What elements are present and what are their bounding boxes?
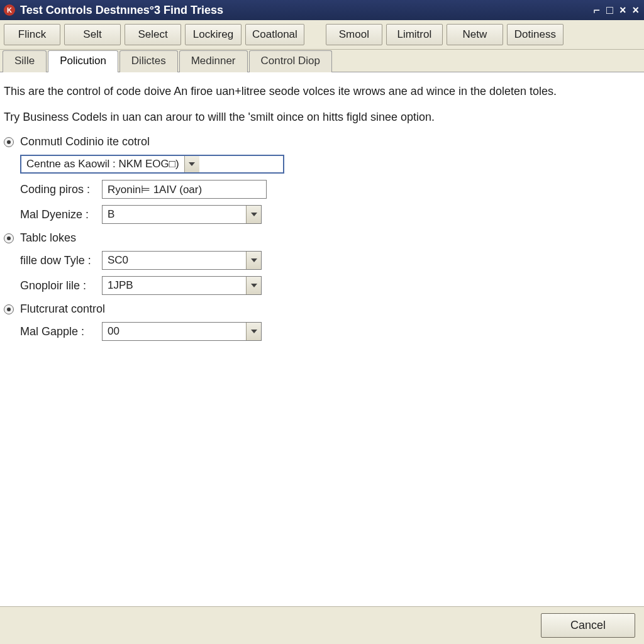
tabbar: Sille Policution Dilictes Medinner Contr…	[0, 50, 644, 72]
input-coding-piros[interactable]: Ryonin⊨ 1AIV (oar)	[102, 180, 267, 199]
chevron-down-icon[interactable]	[246, 277, 261, 294]
section-conmutl: Conmutl Codinio ite cotrol Centne as Kao…	[3, 135, 636, 224]
field-label: Mal Dyenize :	[20, 208, 102, 221]
app-icon: K	[4, 4, 15, 16]
field-fille-dow-tyle: fille dow Tyle : SC0	[20, 251, 636, 270]
section-title: Flutcrurat control	[20, 303, 105, 316]
radio-icon[interactable]	[4, 233, 14, 243]
combo-value: 1JPB	[103, 277, 246, 294]
description-2: Try Business Codels in uan can arour to …	[3, 109, 636, 125]
field-mal-gapple: Mal Gapple : 00	[20, 322, 636, 341]
combo-value: B	[103, 206, 246, 223]
chevron-down-icon[interactable]	[184, 156, 199, 172]
field-coding-piros: Coding piros : Ryonin⊨ 1AIV (oar)	[20, 180, 636, 199]
combo-value: Centne as Kaowil : NKM EOG□)	[21, 156, 184, 172]
toolbar-select[interactable]: Select	[125, 24, 181, 45]
description-1: This are the control of code doive An fi…	[3, 84, 636, 99]
field-centne: Centne as Kaowil : NKM EOG□)	[20, 155, 636, 174]
section-header-conmutl: Conmutl Codinio ite cotrol	[3, 135, 636, 148]
section-header-tablc: Tablc lokes	[3, 231, 636, 245]
tab-dilictes[interactable]: Dilictes	[119, 50, 178, 72]
close-icon-2[interactable]: ×	[631, 4, 640, 17]
toolbar-netw[interactable]: Netw	[447, 24, 503, 45]
minimize-icon[interactable]: ⌐	[592, 4, 602, 17]
window-title: Test Controls Destnınes°3 Find Triess	[20, 4, 592, 17]
section-title: Conmutl Codinio ite cotrol	[20, 135, 150, 148]
restore-icon[interactable]: □	[605, 4, 614, 17]
field-mal-dyenize: Mal Dyenize : B	[20, 205, 636, 224]
tab-policution[interactable]: Policution	[48, 50, 118, 72]
chevron-down-icon[interactable]	[246, 323, 261, 340]
toolbar-selt[interactable]: Selt	[64, 24, 121, 45]
tab-medinner[interactable]: Medinner	[179, 50, 248, 72]
cancel-button[interactable]: Cancel	[541, 613, 635, 638]
window-controls: ⌐ □ × ×	[592, 4, 640, 17]
chevron-down-icon[interactable]	[246, 206, 261, 223]
combo-value: 00	[103, 323, 246, 340]
toolbar-smool[interactable]: Smool	[326, 24, 382, 45]
toolbar: Flinck Selt Select Lockireg Coatlonal Sm…	[0, 20, 644, 50]
combo-value: SC0	[103, 252, 246, 269]
section-flutcrurat: Flutcrurat control Mal Gapple : 00	[3, 303, 636, 341]
field-gnoploir-lile: Gnoploir lile : 1JPB	[20, 276, 636, 295]
chevron-down-icon[interactable]	[246, 252, 261, 269]
toolbar-coational[interactable]: Coatlonal	[245, 24, 304, 45]
field-label: Gnoploir lile :	[20, 279, 102, 292]
combo-mal-dyenize[interactable]: B	[102, 205, 262, 224]
section-title: Tablc lokes	[20, 231, 76, 245]
toolbar-lockireg[interactable]: Lockireg	[185, 24, 242, 45]
tab-sille[interactable]: Sille	[3, 50, 47, 72]
combo-gnoploir-lile[interactable]: 1JPB	[102, 276, 262, 295]
field-label: Coding piros :	[20, 183, 102, 196]
section-header-flutcrurat: Flutcrurat control	[3, 303, 636, 316]
input-value: Ryonin⊨ 1AIV (oar)	[103, 180, 207, 198]
radio-icon[interactable]	[4, 304, 14, 314]
field-label: Mal Gapple :	[20, 325, 102, 338]
combo-fille-dow-tyle[interactable]: SC0	[102, 251, 262, 270]
toolbar-flinck[interactable]: Flinck	[4, 24, 60, 45]
tab-control-diop[interactable]: Control Diop	[249, 50, 333, 72]
combo-mal-gapple[interactable]: 00	[102, 322, 262, 341]
toolbar-limitrol[interactable]: Limitrol	[386, 24, 443, 45]
radio-icon[interactable]	[4, 137, 14, 147]
toolbar-dotiness[interactable]: Dotiness	[507, 24, 564, 45]
section-tablc-lokes: Tablc lokes fille dow Tyle : SC0 Gnoploi…	[3, 231, 636, 295]
titlebar: K Test Controls Destnınes°3 Find Triess …	[0, 0, 644, 20]
main-panel: This are the control of code doive An fi…	[0, 72, 644, 606]
close-icon[interactable]: ×	[618, 4, 628, 17]
footer: Cancel	[0, 606, 644, 644]
combo-centne[interactable]: Centne as Kaowil : NKM EOG□)	[20, 155, 284, 174]
field-label: fille dow Tyle :	[20, 254, 102, 267]
